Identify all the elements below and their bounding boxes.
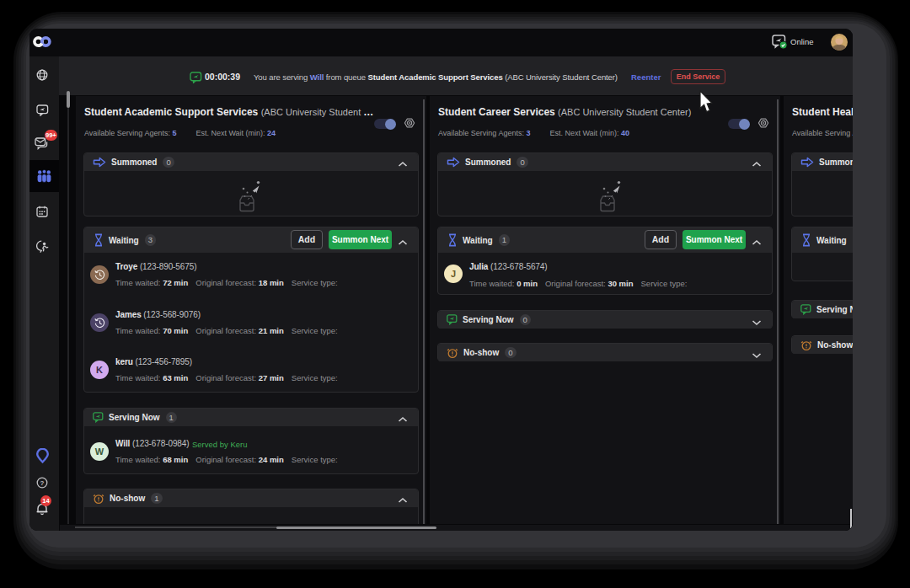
svg-text:?: ? <box>40 479 45 487</box>
